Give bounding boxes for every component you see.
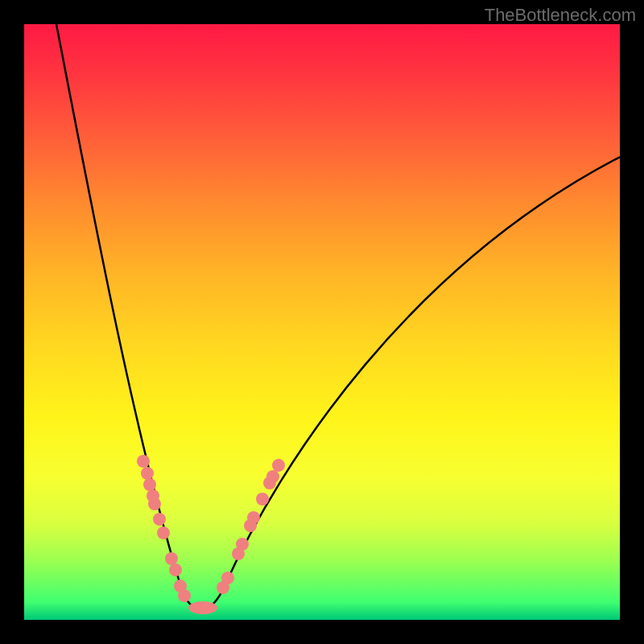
data-point bbox=[153, 513, 166, 526]
data-point bbox=[143, 478, 156, 491]
data-point bbox=[272, 459, 285, 472]
data-point bbox=[137, 455, 150, 468]
data-point bbox=[157, 526, 170, 539]
dots-left-group bbox=[137, 455, 191, 602]
bottleneck-curve bbox=[56, 24, 620, 609]
data-point bbox=[221, 572, 234, 584]
data-point bbox=[247, 511, 260, 524]
data-point bbox=[148, 497, 161, 510]
data-point bbox=[141, 467, 154, 480]
data-point bbox=[169, 564, 182, 576]
data-point bbox=[256, 493, 269, 506]
data-point bbox=[266, 470, 279, 483]
watermark-text: TheBottleneck.com bbox=[485, 5, 636, 26]
chart-svg bbox=[24, 24, 620, 620]
bottom-marker bbox=[188, 601, 217, 614]
dots-right-group bbox=[217, 459, 285, 594]
plot-area bbox=[24, 24, 620, 620]
chart-frame: TheBottleneck.com bbox=[0, 0, 644, 644]
data-point bbox=[165, 552, 178, 565]
data-point bbox=[236, 538, 249, 551]
data-point bbox=[178, 589, 191, 602]
